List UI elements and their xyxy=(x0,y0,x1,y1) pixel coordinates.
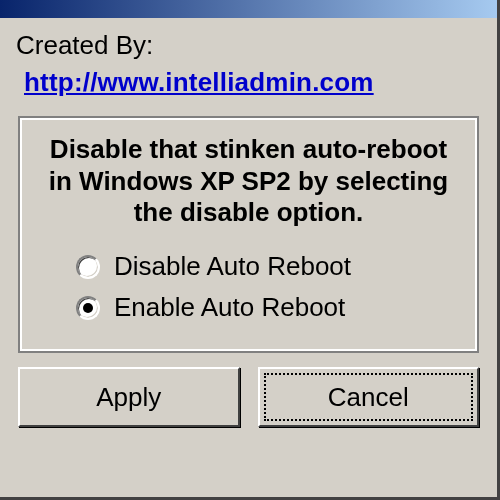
radio-label: Disable Auto Reboot xyxy=(114,251,351,282)
radio-disable-auto-reboot[interactable]: Disable Auto Reboot xyxy=(76,251,465,282)
button-row: Apply Cancel xyxy=(18,367,479,427)
created-by-label: Created By: xyxy=(16,30,481,61)
groupbox-heading: Disable that stinken auto-reboot in Wind… xyxy=(38,134,459,229)
title-bar xyxy=(0,0,497,18)
cancel-button[interactable]: Cancel xyxy=(258,367,480,427)
radio-icon xyxy=(76,296,100,320)
author-link[interactable]: http://www.intelliadmin.com xyxy=(24,67,481,98)
dialog-window: Created By: http://www.intelliadmin.com … xyxy=(0,0,500,500)
options-groupbox: Disable that stinken auto-reboot in Wind… xyxy=(18,116,479,353)
radio-enable-auto-reboot[interactable]: Enable Auto Reboot xyxy=(76,292,465,323)
radio-icon xyxy=(76,255,100,279)
button-label: Cancel xyxy=(328,382,409,413)
dialog-body: Created By: http://www.intelliadmin.com … xyxy=(0,18,497,497)
radio-dot-icon xyxy=(83,303,93,313)
radio-label: Enable Auto Reboot xyxy=(114,292,345,323)
button-label: Apply xyxy=(96,382,161,413)
apply-button[interactable]: Apply xyxy=(18,367,240,427)
